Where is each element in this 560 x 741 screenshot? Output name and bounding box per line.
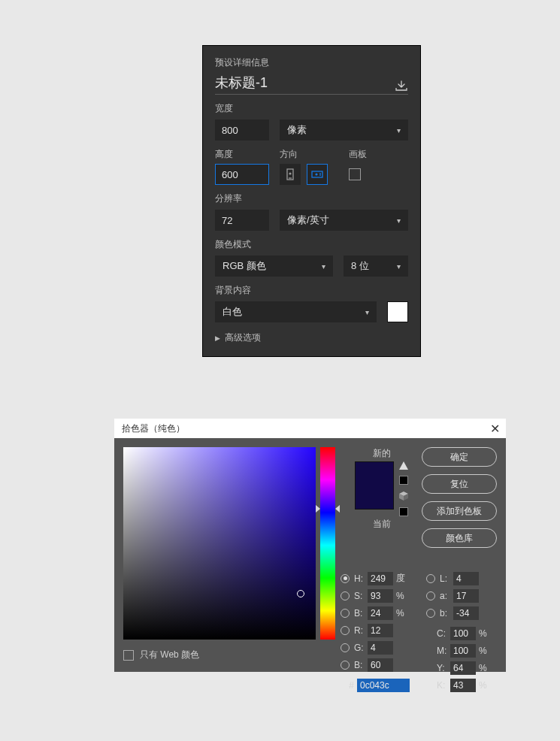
save-preset-icon[interactable] bbox=[395, 80, 408, 92]
radio-lab-b[interactable] bbox=[426, 609, 435, 618]
chevron-down-icon: ▾ bbox=[397, 126, 401, 135]
b-input[interactable] bbox=[368, 658, 393, 672]
y-input[interactable] bbox=[450, 661, 476, 675]
chevron-down-icon: ▾ bbox=[322, 262, 325, 271]
orientation-landscape-button[interactable] bbox=[307, 164, 328, 185]
chevron-right-icon: ▶ bbox=[215, 334, 220, 342]
websafe-swatch[interactable] bbox=[399, 507, 408, 516]
radio-h[interactable] bbox=[341, 574, 350, 583]
new-current-swatch bbox=[355, 461, 394, 510]
radio-r[interactable] bbox=[341, 626, 350, 635]
new-color-swatch[interactable] bbox=[356, 462, 393, 485]
color-values-area: H:度 S:% B:% R: G: B: L: a: b: C:% M:% Y:… bbox=[341, 570, 500, 673]
bitdepth-select[interactable]: 8 位 ▾ bbox=[344, 256, 408, 277]
r-input[interactable] bbox=[368, 624, 393, 637]
orientation-label: 方向 bbox=[280, 148, 349, 161]
hue-pointer-left bbox=[316, 505, 320, 513]
preset-details-panel: 预设详细信息 未标题-1 宽度 像素 ▾ 高度 方向 画板 bbox=[202, 45, 421, 357]
svg-point-3 bbox=[315, 173, 317, 175]
gamut-swatch[interactable] bbox=[399, 476, 408, 485]
colormode-select[interactable]: RGB 颜色 ▾ bbox=[215, 256, 333, 277]
width-unit-value: 像素 bbox=[287, 123, 307, 137]
a-input[interactable] bbox=[453, 589, 479, 603]
document-title-input[interactable]: 未标题-1 bbox=[215, 74, 395, 92]
bgcontent-label: 背景内容 bbox=[215, 284, 408, 297]
color-libraries-button[interactable]: 颜色库 bbox=[422, 528, 497, 548]
ok-button[interactable]: 确定 bbox=[422, 447, 497, 467]
picker-title: 拾色器（纯色） bbox=[122, 422, 185, 435]
bgcontent-value: 白色 bbox=[222, 305, 242, 319]
advanced-options-toggle[interactable]: ▶ 高级选项 bbox=[215, 331, 408, 344]
chevron-down-icon: ▾ bbox=[397, 262, 401, 271]
radio-a[interactable] bbox=[426, 591, 435, 600]
current-color-label: 当前 bbox=[373, 518, 391, 531]
sv-cursor bbox=[297, 590, 304, 597]
web-only-checkbox[interactable] bbox=[123, 650, 134, 661]
width-input[interactable] bbox=[215, 119, 269, 141]
close-icon[interactable]: ✕ bbox=[490, 422, 500, 436]
radio-bv[interactable] bbox=[341, 609, 350, 618]
artboard-label: 画板 bbox=[349, 148, 367, 161]
add-to-swatches-button[interactable]: 添加到色板 bbox=[422, 501, 497, 521]
cube-3d-icon[interactable] bbox=[398, 491, 409, 501]
height-label: 高度 bbox=[215, 148, 280, 161]
hue-pointer-right bbox=[335, 505, 340, 513]
h-input[interactable] bbox=[368, 572, 393, 585]
c-input[interactable] bbox=[450, 627, 476, 640]
chevron-down-icon: ▾ bbox=[365, 308, 369, 316]
s-input[interactable] bbox=[368, 589, 393, 603]
radio-s[interactable] bbox=[341, 591, 350, 600]
hue-slider[interactable] bbox=[320, 447, 335, 640]
width-unit-select[interactable]: 像素 ▾ bbox=[280, 119, 408, 141]
k-input[interactable] bbox=[450, 679, 476, 692]
colormode-value: RGB 颜色 bbox=[222, 259, 266, 273]
resolution-unit-select[interactable]: 像素/英寸 ▾ bbox=[280, 210, 408, 231]
bitdepth-value: 8 位 bbox=[351, 259, 369, 273]
current-color-swatch[interactable] bbox=[356, 485, 393, 509]
radio-g[interactable] bbox=[341, 643, 350, 652]
lab-b-input[interactable] bbox=[453, 606, 479, 620]
hex-label: # bbox=[341, 680, 354, 691]
artboard-checkbox[interactable] bbox=[349, 168, 361, 180]
resolution-unit-value: 像素/英寸 bbox=[287, 213, 329, 227]
new-color-label: 新的 bbox=[373, 447, 391, 460]
resolution-label: 分辨率 bbox=[215, 192, 408, 205]
height-input[interactable] bbox=[215, 164, 269, 185]
bgcontent-select[interactable]: 白色 ▾ bbox=[215, 301, 377, 322]
radio-l[interactable] bbox=[426, 574, 435, 583]
bv-input[interactable] bbox=[368, 606, 393, 620]
advanced-options-label: 高级选项 bbox=[225, 331, 261, 344]
m-input[interactable] bbox=[450, 644, 476, 658]
radio-b[interactable] bbox=[341, 661, 350, 670]
saturation-value-field[interactable] bbox=[123, 447, 316, 640]
l-input[interactable] bbox=[453, 572, 479, 585]
bgcontent-swatch[interactable] bbox=[387, 301, 408, 322]
colormode-label: 颜色模式 bbox=[215, 238, 408, 251]
svg-point-1 bbox=[289, 172, 291, 174]
width-label: 宽度 bbox=[215, 102, 408, 115]
orientation-portrait-button[interactable] bbox=[280, 164, 301, 185]
g-input[interactable] bbox=[368, 641, 393, 655]
chevron-down-icon: ▾ bbox=[397, 216, 401, 225]
gamut-warning-icon[interactable] bbox=[399, 461, 408, 470]
preset-section-label: 预设详细信息 bbox=[215, 56, 408, 69]
reset-button[interactable]: 复位 bbox=[422, 474, 497, 494]
resolution-input[interactable] bbox=[215, 210, 269, 231]
hex-input[interactable] bbox=[357, 679, 410, 692]
web-only-label: 只有 Web 颜色 bbox=[140, 649, 199, 661]
